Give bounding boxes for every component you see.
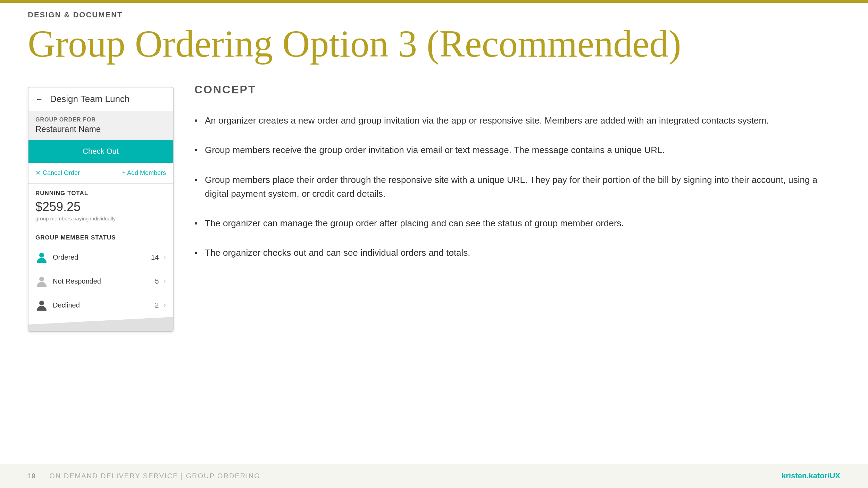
svg-point-2 — [39, 301, 44, 305]
group-order-for-label: GROUP ORDER FOR — [35, 117, 166, 123]
running-total-label: RUNNING TOTAL — [35, 190, 166, 197]
checkout-button[interactable]: Check Out — [28, 140, 173, 163]
list-item: Group members receive the group order in… — [194, 143, 840, 157]
ordered-count: 14 — [151, 253, 159, 261]
concept-label: CONCEPT — [194, 83, 840, 96]
footer-page-number: 19 — [28, 472, 35, 480]
cancel-order-button[interactable]: ✕ Cancel Order — [35, 169, 80, 177]
not-responded-label: Not Responded — [53, 277, 155, 285]
declined-count: 2 — [155, 301, 159, 309]
group-order-for-section: GROUP ORDER FOR Restaurant Name — [28, 111, 173, 140]
restaurant-name: Restaurant Name — [35, 124, 166, 134]
running-total-sub: group members paying individually — [35, 216, 166, 221]
list-item: Group members place their order through … — [194, 173, 840, 201]
status-row-ordered[interactable]: Ordered 14 › — [35, 245, 166, 269]
footer-label: ON DEMAND DELIVERY SERVICE | GROUP ORDER… — [49, 472, 260, 480]
footer: 19 ON DEMAND DELIVERY SERVICE | GROUP OR… — [0, 464, 868, 488]
footer-brand-text: kristen.kator/ — [782, 471, 829, 480]
svg-point-1 — [39, 277, 44, 281]
declined-label: Declined — [53, 301, 155, 309]
main-content: ← Design Team Lunch GROUP ORDER FOR Rest… — [28, 76, 840, 460]
ordered-chevron-icon: › — [164, 253, 166, 261]
group-member-status-section: GROUP MEMBER STATUS Ordered 14 › — [28, 228, 173, 317]
footer-brand-highlight: UX — [829, 471, 840, 480]
phone-header: ← Design Team Lunch — [28, 87, 173, 111]
status-row-declined[interactable]: Declined 2 › — [35, 293, 166, 317]
not-responded-chevron-icon: › — [164, 277, 166, 285]
add-members-button[interactable]: + Add Members — [122, 169, 166, 177]
not-responded-count: 5 — [155, 277, 159, 285]
ordered-icon — [35, 251, 48, 263]
top-bar — [0, 0, 868, 3]
status-row-not-responded[interactable]: Not Responded 5 › — [35, 269, 166, 293]
list-item: The organizer checks out and can see ind… — [194, 246, 840, 260]
not-responded-icon — [35, 275, 48, 287]
list-item: The organizer can manage the group order… — [194, 216, 840, 230]
footer-brand: kristen.kator/UX — [782, 471, 840, 480]
page-title: Group Ordering Option 3 (Recommended) — [28, 23, 840, 65]
ordered-label: Ordered — [53, 253, 151, 261]
declined-icon — [35, 299, 48, 311]
phone-mockup: ← Design Team Lunch GROUP ORDER FOR Rest… — [28, 87, 174, 332]
phone-screen-title: Design Team Lunch — [50, 94, 130, 104]
header: DESIGN & DOCUMENT Group Ordering Option … — [28, 10, 840, 65]
section-label: DESIGN & DOCUMENT — [28, 10, 840, 19]
running-total-section: RUNNING TOTAL $259.25 group members payi… — [28, 184, 173, 228]
concept-list: An organizer creates a new order and gro… — [194, 113, 840, 260]
svg-point-0 — [39, 253, 44, 258]
group-member-status-label: GROUP MEMBER STATUS — [35, 234, 166, 241]
action-row: ✕ Cancel Order + Add Members — [28, 163, 173, 183]
cancel-x-icon: ✕ — [35, 169, 41, 177]
back-arrow-icon[interactable]: ← — [35, 95, 43, 104]
phone-bottom-cut — [28, 317, 173, 331]
list-item: An organizer creates a new order and gro… — [194, 113, 840, 127]
declined-chevron-icon: › — [164, 301, 166, 309]
concept-section: CONCEPT An organizer creates a new order… — [194, 76, 840, 460]
running-total-amount: $259.25 — [35, 200, 166, 214]
cancel-order-label: Cancel Order — [43, 169, 80, 177]
